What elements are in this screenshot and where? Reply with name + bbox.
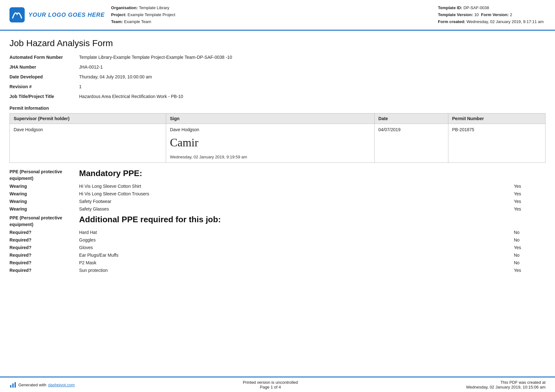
ppe-row-item: Sun protection	[79, 268, 514, 273]
ppe-row-value: No	[514, 237, 546, 242]
ppe-row-item: Goggles	[79, 237, 514, 242]
job-title-value: Hazardous Area Electrical Rectification …	[79, 93, 546, 100]
job-title-row: Job Title/Project Title Hazardous Area E…	[9, 93, 546, 100]
logo-text: YOUR LOGO GOES HERE	[28, 12, 105, 18]
permit-table: Supervisor (Permit holder) Sign Date Per…	[9, 113, 546, 163]
permit-col-supervisor: Supervisor (Permit holder)	[10, 113, 166, 124]
ppe-row-value: Yes	[514, 268, 546, 273]
ppe-row-label: Required?	[9, 237, 79, 242]
automated-form-number-label: Automated Form Number	[9, 54, 79, 61]
footer-center-line1: Printed version is uncontrolled	[243, 380, 298, 385]
footer-right-line1: This PDF was created at	[466, 380, 546, 385]
ppe-mandatory-item: Wearing Hi Vis Long Sleeve Cotton Shirt …	[9, 184, 546, 189]
ppe-additional-item: Required? Ear Plugs/Ear Muffs No	[9, 253, 546, 258]
logo-section: YOUR LOGO GOES HERE	[9, 4, 105, 25]
svg-rect-3	[15, 382, 16, 388]
ppe-row-value: No	[514, 253, 546, 258]
table-row: Dave Hodgson Dave Hodgson Camir Wednesda…	[10, 124, 546, 163]
permit-date-cell: 04/07/2019	[374, 124, 448, 163]
footer-right: This PDF was created at Wednesday, 02 Ja…	[466, 380, 546, 389]
form-version-label: Form Version:	[481, 12, 508, 17]
template-version-label: Template Version:	[438, 12, 473, 17]
footer-link[interactable]: dashpivot.com	[48, 383, 75, 387]
ppe-row-value: Yes	[514, 199, 546, 204]
form-created-value: Wednesday, 02 January 2019, 9:17:11 am	[466, 19, 544, 24]
revision-value: 1	[79, 83, 546, 90]
ppe-row-label: Required?	[9, 230, 79, 235]
ppe-mandatory-item: Wearing Safety Footwear Yes	[9, 199, 546, 204]
jha-number-row: JHA Number JHA-0012-1	[9, 64, 546, 70]
permit-col-sign: Sign	[166, 113, 375, 124]
ppe-row-item: Hard Hat	[79, 230, 514, 235]
permit-supervisor-cell: Dave Hodgson	[10, 124, 166, 163]
date-developed-row: Date Developed Thursday, 04 July 2019, 1…	[9, 74, 546, 80]
ppe-additional-section: PPE (Personal protectiveequipment) Addit…	[9, 215, 546, 228]
page-title: Job Hazard Analysis Form	[9, 38, 546, 48]
ppe-additional-item: Required? Sun protection Yes	[9, 268, 546, 273]
form-created-label: Form created:	[438, 19, 465, 24]
ppe-row-label: Wearing	[9, 191, 79, 196]
org-value: Template Library	[139, 5, 169, 10]
date-developed-label: Date Developed	[9, 74, 79, 80]
project-value: Example Template Project	[128, 12, 175, 17]
ppe-additional-item: Required? Hard Hat No	[9, 230, 546, 235]
ppe-row-item: Safety Footwear	[79, 199, 514, 204]
org-label: Organisation:	[111, 5, 138, 10]
footer-logo-icon	[9, 381, 16, 388]
ppe-row-item: P2 Mask	[79, 260, 514, 265]
logo-icon	[9, 7, 25, 22]
ppe-row-item: Hi Vis Long Sleeve Cotton Trousers	[79, 191, 514, 196]
ppe-mandatory-section: PPE (Personal protectiveequipment) Manda…	[9, 168, 546, 182]
svg-rect-2	[12, 383, 14, 388]
team-value: Example Team	[124, 19, 151, 24]
ppe-mandatory-items: Wearing Hi Vis Long Sleeve Cotton Shirt …	[9, 184, 546, 211]
permit-col-date: Date	[374, 113, 448, 124]
ppe-row-item: Hi Vis Long Sleeve Cotton Shirt	[79, 184, 514, 189]
ppe-row-label: Wearing	[9, 199, 79, 204]
ppe-mandatory-content: Mandatory PPE:	[79, 168, 546, 179]
page-footer: Generated with dashpivot.com Printed ver…	[0, 377, 555, 392]
ppe-row-value: Yes	[514, 245, 546, 250]
sig-date: Wednesday, 02 January 2019, 9:19:59 am	[170, 155, 371, 159]
permit-section-title: Permit Information	[9, 106, 546, 111]
ppe-additional-items: Required? Hard Hat No Required? Goggles …	[9, 230, 546, 273]
automated-form-number-value: Template Library-Example Template Projec…	[79, 54, 546, 61]
project-label: Project:	[111, 12, 126, 17]
ppe-row-label: Wearing	[9, 206, 79, 211]
ppe-additional-content: Additional PPE required for this job:	[79, 215, 546, 225]
ppe-row-item: Gloves	[79, 245, 514, 250]
ppe-row-item: Ear Plugs/Ear Muffs	[79, 253, 514, 258]
main-content: Job Hazard Analysis Form Automated Form …	[0, 31, 555, 301]
jha-number-value: JHA-0012-1	[79, 64, 546, 70]
ppe-additional-item: Required? P2 Mask No	[9, 260, 546, 265]
sig-drawing: Camir	[170, 133, 371, 152]
automated-form-number-row: Automated Form Number Template Library-E…	[9, 54, 546, 61]
ppe-row-label: Wearing	[9, 184, 79, 189]
jha-number-label: JHA Number	[9, 64, 79, 70]
permit-col-permit-number: Permit Number	[448, 113, 545, 124]
ppe-additional-item: Required? Gloves Yes	[9, 245, 546, 250]
job-title-label: Job Title/Project Title	[9, 93, 79, 100]
ppe-mandatory-label: PPE (Personal protectiveequipment)	[9, 168, 79, 182]
footer-generated-text: Generated with	[18, 383, 46, 387]
template-version-value: 10	[474, 12, 479, 17]
template-id-label: Template ID:	[438, 5, 462, 10]
permit-number-cell: PB-201875	[448, 124, 545, 163]
ppe-row-label: Required?	[9, 268, 79, 273]
permit-sign-cell: Dave Hodgson Camir Wednesday, 02 January…	[166, 124, 375, 163]
footer-right-line2: Wednesday, 02 January 2019, 10:15:06 am	[466, 385, 546, 389]
sig-name: Dave Hodgson	[170, 127, 371, 132]
footer-center: Printed version is uncontrolled Page 1 o…	[243, 380, 298, 389]
ppe-row-value: Yes	[514, 206, 546, 211]
date-developed-value: Thursday, 04 July 2019, 10:00:00 am	[79, 74, 546, 80]
ppe-additional-item: Required? Goggles No	[9, 237, 546, 242]
ppe-row-label: Required?	[9, 260, 79, 265]
template-id-value: DP-SAF-0038	[464, 5, 489, 10]
ppe-row-label: Required?	[9, 253, 79, 258]
page-header: YOUR LOGO GOES HERE Organisation: Templa…	[0, 0, 555, 31]
ppe-row-value: No	[514, 260, 546, 265]
ppe-additional-heading: Additional PPE required for this job:	[79, 215, 546, 224]
header-meta-center: Organisation: Template Library Project: …	[111, 4, 432, 25]
footer-center-line2: Page 1 of 4	[243, 385, 298, 389]
ppe-row-label: Required?	[9, 245, 79, 250]
